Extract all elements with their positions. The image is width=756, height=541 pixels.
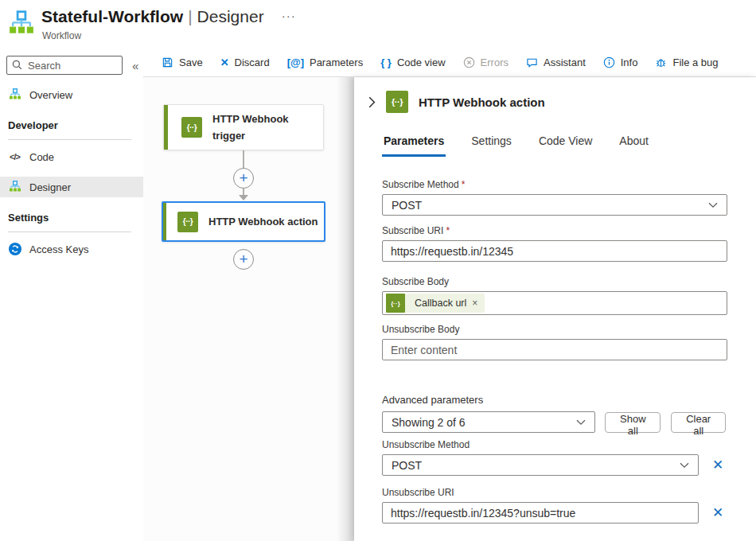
assistant-button[interactable]: Assistant bbox=[519, 53, 593, 72]
sidebar-item-designer[interactable]: Designer bbox=[0, 177, 143, 197]
view-name: Designer bbox=[197, 7, 264, 25]
logic-app-designer: Stateful-Workflow|Designer··· Workflow « bbox=[0, 0, 756, 541]
collapse-panel-button[interactable] bbox=[364, 93, 380, 111]
chevron-right-icon bbox=[368, 96, 376, 108]
webhook-icon: {··} bbox=[181, 117, 202, 138]
node-label: HTTP Webhook trigger bbox=[212, 111, 316, 144]
advanced-parameters-dropdown[interactable]: Showing 2 of 6 bbox=[382, 411, 595, 433]
unsubscribe-uri-input[interactable] bbox=[382, 502, 699, 523]
designer-toolbar: Save ✕ Discard [@] Parameters { } Code v… bbox=[143, 48, 756, 77]
subscribe-method-label: Subscribe Method* bbox=[382, 179, 726, 190]
trigger-node-http-webhook[interactable]: {··} HTTP Webhook trigger bbox=[163, 104, 324, 150]
unsubscribe-uri-label: Unsubscribe URI bbox=[382, 487, 726, 498]
more-options-icon[interactable]: ··· bbox=[282, 9, 296, 22]
webhook-icon: {··} bbox=[386, 294, 405, 313]
page-title: Stateful-Workflow bbox=[41, 7, 183, 25]
search-icon bbox=[12, 60, 22, 70]
sidebar-item-access-keys[interactable]: Access Keys bbox=[0, 239, 143, 259]
connector-arrowhead-icon bbox=[239, 195, 248, 200]
sidebar-item-label: Access Keys bbox=[29, 243, 88, 255]
sidebar: « Overview Developer bbox=[0, 48, 143, 541]
unsubscribe-method-dropdown[interactable]: POST bbox=[382, 454, 699, 476]
workflow-icon bbox=[8, 88, 21, 102]
subscribe-uri-input[interactable] bbox=[382, 240, 727, 262]
remove-unsubscribe-method-button[interactable]: ✕ bbox=[711, 457, 725, 473]
sidebar-item-overview[interactable]: Overview bbox=[0, 84, 143, 105]
sidebar-item-label: Code bbox=[29, 151, 54, 163]
panel-title: HTTP Webhook action bbox=[419, 95, 545, 109]
info-icon bbox=[603, 56, 615, 68]
sidebar-item-code[interactable]: </> Code bbox=[0, 146, 143, 167]
chevron-down-icon bbox=[576, 419, 586, 426]
webhook-icon: {··} bbox=[386, 91, 408, 113]
show-all-button[interactable]: Show all bbox=[605, 412, 661, 433]
sidebar-item-label: Overview bbox=[29, 89, 72, 101]
divider bbox=[8, 232, 131, 232]
tab-settings[interactable]: Settings bbox=[470, 134, 513, 157]
add-step-button[interactable]: + bbox=[233, 249, 254, 270]
bug-icon bbox=[655, 56, 667, 68]
tab-code-view[interactable]: Code View bbox=[537, 134, 594, 157]
search-input[interactable] bbox=[6, 56, 123, 75]
errors-button[interactable]: Errors bbox=[456, 53, 516, 72]
info-button[interactable]: Info bbox=[596, 53, 645, 72]
workflow-icon bbox=[8, 181, 21, 194]
app-header: Stateful-Workflow|Designer··· Workflow bbox=[0, 0, 756, 48]
callback-url-token[interactable]: {··} Callback url × bbox=[386, 294, 485, 313]
title-separator: | bbox=[188, 7, 192, 25]
divider bbox=[8, 139, 131, 140]
subscribe-method-dropdown[interactable]: POST bbox=[382, 194, 727, 216]
required-asterisk: * bbox=[462, 179, 466, 190]
action-details-panel: {··} HTTP Webhook action Parameters Sett… bbox=[354, 77, 756, 541]
node-label: HTTP Webhook action bbox=[208, 213, 318, 230]
remove-token-icon[interactable]: × bbox=[472, 298, 485, 309]
code-view-button[interactable]: { } Code view bbox=[373, 53, 452, 72]
chevron-down-icon bbox=[708, 202, 718, 208]
node-accent-bar bbox=[164, 105, 168, 150]
chevron-down-icon bbox=[680, 462, 689, 469]
node-accent-bar bbox=[163, 203, 166, 240]
tab-about[interactable]: About bbox=[618, 134, 650, 157]
subscribe-uri-label: Subscribe URI* bbox=[382, 225, 726, 236]
errors-icon bbox=[463, 56, 475, 68]
discard-icon: ✕ bbox=[220, 56, 229, 68]
tab-parameters[interactable]: Parameters bbox=[382, 134, 446, 157]
remove-unsubscribe-uri-button[interactable]: ✕ bbox=[711, 504, 725, 521]
collapse-sidebar-button[interactable]: « bbox=[132, 59, 138, 72]
save-icon bbox=[162, 56, 173, 68]
required-asterisk: * bbox=[446, 225, 450, 236]
unsubscribe-method-label: Unsubscribe Method bbox=[382, 439, 726, 450]
assistant-icon bbox=[526, 56, 538, 68]
insert-step-button[interactable]: + bbox=[233, 168, 254, 189]
panel-shadow bbox=[337, 77, 354, 541]
parameters-icon: [@] bbox=[287, 56, 304, 68]
resource-type-label: Workflow bbox=[42, 30, 81, 41]
unsubscribe-body-label: Unsubscribe Body bbox=[382, 324, 726, 335]
subscribe-body-label: Subscribe Body bbox=[382, 276, 726, 287]
code-icon: </> bbox=[8, 150, 21, 164]
save-button[interactable]: Save bbox=[154, 53, 210, 72]
workflow-logo-icon bbox=[8, 10, 35, 37]
file-a-bug-button[interactable]: File a bug bbox=[648, 53, 725, 72]
unsubscribe-body-input[interactable] bbox=[382, 339, 727, 360]
sidebar-section-settings: Settings bbox=[0, 197, 143, 228]
sidebar-section-developer: Developer bbox=[0, 105, 143, 136]
sidebar-item-label: Designer bbox=[29, 181, 71, 193]
webhook-icon: {··} bbox=[177, 212, 198, 232]
subscribe-body-input[interactable]: {··} Callback url × bbox=[382, 291, 727, 315]
access-keys-icon bbox=[8, 243, 21, 256]
action-node-http-webhook[interactable]: {··} HTTP Webhook action bbox=[162, 201, 325, 242]
connector-line bbox=[243, 150, 244, 168]
discard-button[interactable]: ✕ Discard bbox=[213, 53, 277, 72]
panel-tabs: Parameters Settings Code View About bbox=[382, 134, 726, 157]
code-view-icon: { } bbox=[380, 56, 392, 68]
advanced-parameters-label: Advanced parameters bbox=[382, 394, 726, 406]
clear-all-button[interactable]: Clear all bbox=[671, 412, 726, 433]
parameters-button[interactable]: [@] Parameters bbox=[280, 53, 371, 72]
workflow-canvas[interactable]: {··} HTTP Webhook trigger + {··} HTTP We… bbox=[143, 77, 354, 541]
